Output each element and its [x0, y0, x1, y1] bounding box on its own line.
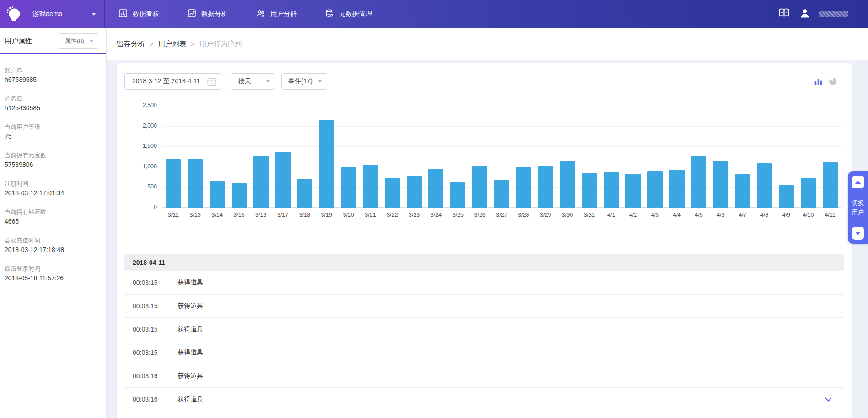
nav-item-analysis[interactable]: 数据分析	[173, 0, 242, 28]
breadcrumb-retention-analysis[interactable]: 留存分析	[117, 39, 145, 49]
x-axis-tick-label: 3/30	[556, 212, 578, 218]
expand-row-chevron-icon[interactable]	[825, 397, 832, 402]
x-axis-tick-label: 4/3	[644, 212, 666, 218]
property-label: 匿名ID	[5, 95, 103, 102]
property-value: 2018-05-18 11:57:26	[5, 273, 103, 283]
chart-bar	[625, 174, 641, 208]
event-date-label: 2018-04-11	[133, 259, 165, 266]
event-name: 获得道具	[178, 279, 203, 287]
event-filter-select[interactable]: 事件(17)	[281, 73, 327, 90]
property-value: h67539585	[5, 75, 103, 84]
event-time: 00:03:15	[133, 349, 168, 356]
event-row: 00:03:15获得道具	[124, 295, 844, 318]
chart-plot	[162, 106, 841, 208]
property-label: 账户ID	[5, 66, 103, 74]
event-name: 获得道具	[178, 372, 203, 380]
x-axis-tick-label: 3/27	[491, 212, 513, 218]
x-axis-tick-label: 3/16	[250, 212, 272, 218]
chart-bar	[210, 181, 225, 208]
x-axis-tick-label: 4/10	[797, 212, 819, 218]
x-axis-tick-label: 3/28	[512, 212, 534, 218]
svg-text:?: ?	[785, 10, 787, 15]
x-axis-tick-label: 3/23	[403, 212, 425, 218]
x-axis-tick-label: 3/17	[272, 212, 294, 218]
event-row: 00:03:15获得道具	[124, 271, 844, 295]
chart-bar	[757, 163, 772, 208]
attribute-filter-dropdown[interactable]: 属性(8)	[59, 33, 98, 49]
x-axis-tick-label: 3/31	[578, 212, 600, 218]
previous-user-button[interactable]	[852, 176, 864, 188]
username-redacted[interactable]	[819, 11, 848, 17]
breadcrumb-separator: >	[150, 40, 153, 48]
chart-bar	[450, 182, 465, 208]
chart-bar	[516, 167, 531, 208]
y-axis-tick-label: 1,000	[122, 163, 157, 170]
chart-bar	[341, 167, 356, 208]
chart-bar	[232, 183, 247, 208]
chart-bar	[779, 185, 794, 208]
x-axis-tick-label: 3/21	[359, 212, 381, 218]
line-chart-icon	[187, 9, 196, 20]
property-value: h125430585	[5, 103, 103, 113]
x-axis-tick-label: 3/12	[162, 212, 184, 218]
date-range-picker[interactable]: 2018-3-12 至 2018-4-11 30	[124, 73, 221, 90]
x-axis-tick-label: 3/29	[534, 212, 556, 218]
switch-user-label: 切换 用户	[852, 198, 864, 217]
granularity-select[interactable]: 按天	[231, 73, 275, 90]
chart-bar	[297, 179, 312, 208]
chart-bar	[801, 178, 816, 208]
chart-bar	[385, 178, 400, 208]
main-nav: 数据看板数据分析用户分群元数据管理	[104, 0, 386, 28]
topbar: 游戏demo 数据看板数据分析用户分群元数据管理 ?	[0, 0, 868, 28]
gridline	[162, 146, 841, 147]
event-list: 00:03:15获得道具00:03:15获得道具00:03:15获得道具00:0…	[124, 271, 844, 411]
event-row: 00:03:16获得道具	[124, 364, 844, 388]
chart-bar	[582, 173, 597, 208]
event-name: 获得道具	[178, 348, 203, 357]
pie-chart-toggle[interactable]	[828, 76, 838, 86]
nav-item-dashboard[interactable]: 数据看板	[105, 0, 173, 28]
event-time: 00:03:16	[133, 396, 168, 403]
event-date-header: 2018-04-11	[124, 254, 844, 271]
property-value: 57539806	[5, 160, 103, 169]
chevron-down-icon	[265, 80, 270, 83]
nav-item-metadata[interactable]: 元数据管理	[311, 0, 386, 28]
next-user-button[interactable]	[852, 227, 864, 240]
sidebar-title: 用户属性	[5, 37, 32, 46]
help-doc-icon[interactable]: ?	[778, 7, 790, 21]
user-property: 账户IDh67539585	[5, 66, 103, 84]
chart-bar	[472, 166, 487, 208]
breadcrumb-user-list[interactable]: 用户列表	[158, 39, 186, 49]
event-name: 获得道具	[178, 325, 203, 333]
database-icon	[325, 9, 334, 20]
logo-icon	[5, 5, 22, 22]
date-range-value: 2018-3-12 至 2018-4-11	[132, 77, 200, 86]
chevron-down-icon	[855, 232, 861, 235]
x-axis-tick-label: 3/18	[294, 212, 316, 218]
users-icon	[256, 9, 265, 20]
breadcrumb: 留存分析 > 用户列表 > 用户行为序列	[107, 28, 868, 60]
x-axis-tick-label: 3/19	[316, 212, 338, 218]
property-value: 4665	[5, 217, 103, 226]
property-value: 75	[5, 132, 103, 141]
chevron-up-icon	[855, 181, 861, 184]
x-axis-tick-label: 3/24	[425, 212, 447, 218]
event-filter-value: 事件(17)	[288, 77, 313, 86]
chart-bar	[319, 120, 334, 208]
x-axis-tick-label: 3/14	[206, 212, 228, 218]
user-avatar-icon[interactable]	[799, 8, 810, 21]
topbar-right: ?	[778, 7, 848, 21]
granularity-value: 按天	[238, 77, 251, 86]
event-row: 00:03:16获得道具	[124, 388, 844, 411]
bar-chart-icon	[119, 9, 128, 20]
nav-item-user-segments[interactable]: 用户分群	[242, 0, 311, 28]
project-switcher[interactable]: 游戏demo	[0, 0, 104, 28]
chart-bar	[735, 174, 750, 208]
property-label: 当前用户等级	[5, 123, 103, 131]
event-row: 00:03:15获得道具	[124, 318, 844, 341]
breadcrumb-current-page: 用户行为序列	[199, 39, 242, 49]
bar-chart-toggle[interactable]	[813, 76, 823, 86]
chart-bar	[363, 165, 378, 208]
chart-bar	[560, 161, 575, 208]
user-properties-sidebar: 用户属性 属性(8) 账户IDh67539585匿名IDh125430585当前…	[0, 28, 107, 418]
